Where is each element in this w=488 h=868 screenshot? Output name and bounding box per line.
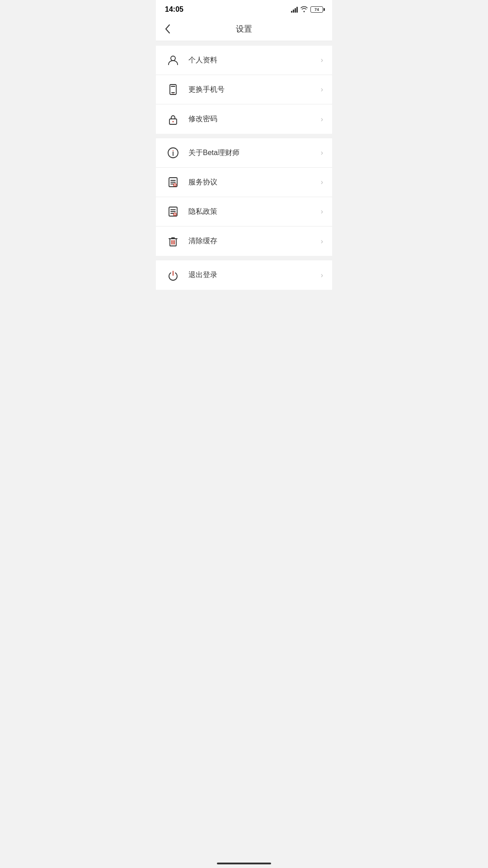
signal-icon [291, 7, 298, 13]
user-icon [165, 52, 181, 68]
svg-point-10 [173, 150, 174, 151]
back-button[interactable] [165, 24, 170, 34]
menu-label-phone: 更换手机号 [188, 85, 321, 94]
menu-arrow-phone: › [321, 85, 323, 94]
menu-arrow-logout: › [321, 271, 323, 279]
menu-arrow-password: › [321, 115, 323, 123]
menu-group-2: 关于Beta理财师 › 服务协议 › [156, 138, 332, 256]
menu-arrow-about: › [321, 149, 323, 157]
svg-point-0 [171, 56, 175, 61]
info-icon [165, 145, 181, 161]
menu-item-cache[interactable]: 清除缓存 › [156, 226, 332, 256]
menu-item-privacy[interactable]: 隐私政策 › [156, 197, 332, 226]
menu-label-cache: 清除缓存 [188, 236, 321, 246]
phone-icon [165, 81, 181, 98]
privacy-icon [165, 203, 181, 220]
lock-icon [165, 111, 181, 127]
menu-group-3: 退出登录 › [156, 260, 332, 290]
power-icon [165, 267, 181, 283]
svg-point-7 [173, 121, 174, 122]
menu-label-profile: 个人资料 [188, 56, 321, 65]
header: 设置 [156, 17, 332, 41]
menu-item-password[interactable]: 修改密码 › [156, 104, 332, 134]
menu-label-about: 关于Beta理财师 [188, 148, 321, 158]
page-title: 设置 [236, 24, 252, 34]
svg-point-22 [174, 214, 175, 215]
battery-icon: 74 [310, 6, 323, 13]
menu-item-logout[interactable]: 退出登录 › [156, 260, 332, 290]
menu-item-about[interactable]: 关于Beta理财师 › [156, 138, 332, 168]
menu-arrow-cache: › [321, 237, 323, 245]
trash-icon [165, 233, 181, 250]
menu-arrow-privacy: › [321, 208, 323, 216]
status-bar: 14:05 74 [156, 0, 332, 17]
svg-point-4 [173, 94, 174, 94]
status-icons: 74 [291, 6, 323, 14]
status-time: 14:05 [165, 5, 183, 14]
menu-item-service[interactable]: 服务协议 › [156, 168, 332, 197]
menu-label-logout: 退出登录 [188, 270, 321, 280]
wifi-icon [300, 6, 308, 14]
service-icon [165, 174, 181, 190]
svg-point-16 [174, 184, 175, 185]
menu-label-service: 服务协议 [188, 178, 321, 187]
menu-label-password: 修改密码 [188, 114, 321, 124]
menu-label-privacy: 隐私政策 [188, 207, 321, 217]
menu-group-1: 个人资料 › 更换手机号 › 修改密码 › [156, 46, 332, 134]
menu-arrow-service: › [321, 178, 323, 186]
menu-arrow-profile: › [321, 56, 323, 64]
menu-item-phone[interactable]: 更换手机号 › [156, 75, 332, 104]
menu-item-profile[interactable]: 个人资料 › [156, 46, 332, 75]
